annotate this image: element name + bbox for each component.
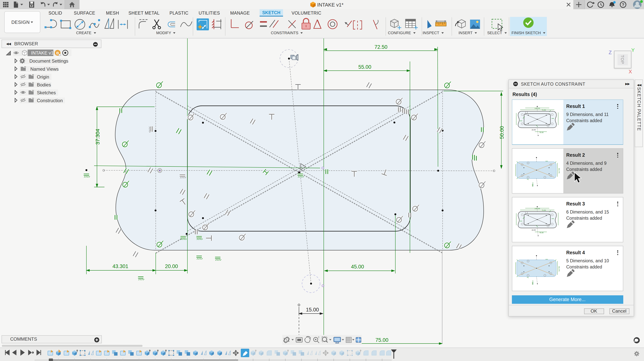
svg-text:Origin: Origin bbox=[37, 74, 49, 80]
svg-text:50.00: 50.00 bbox=[499, 126, 505, 139]
svg-text:37.304: 37.304 bbox=[95, 129, 100, 145]
svg-text:15.00: 15.00 bbox=[306, 307, 319, 312]
svg-text:45.00: 45.00 bbox=[351, 264, 364, 270]
svg-text:72.50: 72.50 bbox=[374, 44, 388, 50]
svg-text:43.301: 43.301 bbox=[112, 264, 128, 269]
svg-text:B: B bbox=[56, 51, 59, 55]
svg-text:Named Views: Named Views bbox=[30, 66, 59, 72]
svg-text:?: ? bbox=[622, 2, 624, 7]
svg-text:Sketches: Sketches bbox=[37, 90, 56, 95]
svg-text:±: ± bbox=[318, 336, 320, 338]
svg-text:20.00: 20.00 bbox=[165, 264, 178, 269]
svg-text:INTAKE v1: INTAKE v1 bbox=[31, 50, 54, 56]
svg-text:Document Settings: Document Settings bbox=[30, 58, 68, 64]
svg-text:Construction: Construction bbox=[37, 98, 63, 103]
svg-text:55.00: 55.00 bbox=[358, 64, 371, 70]
svg-text:75.00: 75.00 bbox=[376, 337, 388, 343]
svg-text:Bodies: Bodies bbox=[37, 82, 51, 87]
